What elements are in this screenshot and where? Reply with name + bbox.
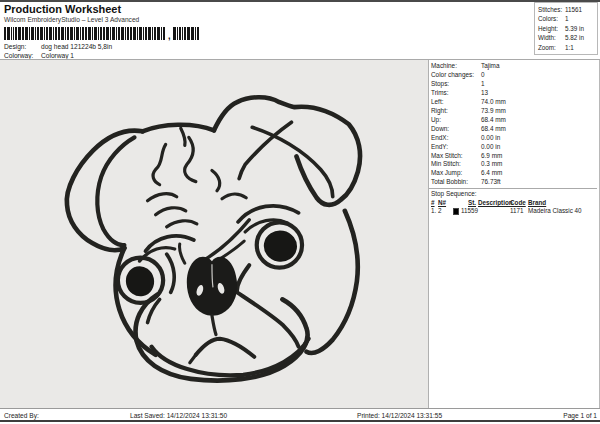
height-value: 5.39 in: [565, 24, 584, 33]
height-label: Height:: [538, 24, 565, 33]
endy-value: 0.00 in: [481, 143, 500, 152]
zoom-label: Zoom:: [538, 43, 565, 52]
up-value: 68.4 mm: [481, 116, 506, 125]
design-row: Design: dog head 121224b 5,8in: [4, 43, 112, 50]
detail-row-right: Right:73.9 mm: [431, 107, 599, 116]
col-brand: Brand: [528, 199, 595, 207]
colors-value: 1: [565, 14, 569, 23]
endy-label: EndY:: [431, 143, 481, 152]
production-worksheet-page: Production Worksheet Wilcom EmbroiderySt…: [0, 0, 600, 424]
detail-row-total-bobbin: Total Bobbin:76.73ft: [431, 178, 599, 187]
col-description: Description: [478, 199, 510, 207]
stitches-value: 11561: [565, 5, 582, 14]
colorway-value: Colorway 1: [41, 52, 74, 59]
stop-code: 1171: [510, 207, 528, 215]
col-num: #: [431, 199, 438, 207]
design-barcode: ,: [4, 26, 200, 40]
max-stitch-value: 6.9 mm: [481, 152, 502, 161]
color-changes-label: Color changes:: [431, 71, 481, 80]
width-label: Width:: [538, 33, 565, 42]
detail-row-endy: EndY:0.00 in: [431, 143, 599, 152]
stop-brand: Madeira Classic 40: [528, 207, 595, 215]
detail-row-trims: Trims:13: [431, 89, 599, 98]
last-saved-text: Last Saved: 14/12/2024 13:31:50: [130, 412, 227, 419]
stop-st-value: 11559: [461, 207, 478, 215]
colorway-label: Colorway:: [4, 52, 41, 59]
design-label: Design:: [4, 43, 41, 50]
summary-row-width: Width: 5.82 in: [538, 33, 594, 42]
summary-row-colors: Colors: 1: [538, 14, 594, 23]
pug-design-preview: [62, 92, 374, 384]
page-number: Page 1 of 1: [563, 412, 597, 419]
width-value: 5.82 in: [565, 33, 584, 42]
page-top-rule: [0, 0, 600, 2]
stop-sequence-header: # N# St. Description Code Brand: [431, 199, 595, 207]
colors-label: Colors:: [538, 14, 565, 23]
left-label: Left:: [431, 98, 481, 107]
colorway-row: Colorway: Colorway 1: [4, 52, 74, 59]
trims-value: 13: [481, 89, 488, 98]
stop-num: 1.: [431, 207, 438, 215]
detail-row-up: Up:68.4 mm: [431, 116, 599, 125]
design-summary-box: Stitches: 11561 Colors: 1 Height: 5.39 i…: [534, 2, 598, 55]
stop-sequence-row: 1. 2 11559 1171 Madeira Classic 40: [431, 207, 595, 215]
detail-row-down: Down:68.4 mm: [431, 125, 599, 134]
stitches-label: Stitches:: [538, 5, 565, 14]
total-bobbin-value: 76.73ft: [481, 178, 501, 187]
endx-value: 0.00 in: [481, 134, 500, 143]
detail-row-left: Left:74.0 mm: [431, 98, 599, 107]
stop-description: [478, 207, 510, 215]
detail-row-machine: Machine:Tajima: [431, 62, 599, 71]
min-stitch-label: Min Stitch:: [431, 160, 481, 169]
max-jump-label: Max Jump:: [431, 169, 481, 178]
detail-row-min-stitch: Min Stitch:0.3 mm: [431, 160, 599, 169]
total-bobbin-label: Total Bobbin:: [431, 178, 481, 187]
stop-st-cell: 11559: [453, 207, 478, 215]
down-value: 68.4 mm: [481, 125, 506, 134]
max-stitch-label: Max Stitch:: [431, 152, 481, 161]
summary-row-height: Height: 5.39 in: [538, 24, 594, 33]
right-value: 73.9 mm: [481, 107, 506, 116]
detail-row-stops: Stops:1: [431, 80, 599, 89]
summary-row-stitches: Stitches: 11561: [538, 5, 594, 14]
design-canvas: [0, 60, 429, 408]
detail-row-max-jump: Max Jump:6.4 mm: [431, 169, 599, 178]
printed-text: Printed: 14/12/2024 13:31:55: [357, 412, 442, 419]
created-by-label: Created By:: [4, 412, 39, 419]
page-title: Production Worksheet: [4, 3, 121, 15]
min-stitch-value: 0.3 mm: [481, 160, 502, 169]
detail-row-max-stitch: Max Stitch:6.9 mm: [431, 152, 599, 161]
col-st: St.: [453, 199, 478, 207]
summary-row-zoom: Zoom: 1:1: [538, 43, 594, 52]
max-jump-value: 6.4 mm: [481, 169, 502, 178]
machine-label: Machine:: [431, 62, 481, 71]
page-bottom-rule: [0, 420, 600, 422]
col-code: Code: [510, 199, 528, 207]
col-n: N#: [438, 199, 453, 207]
stop-n: 2: [438, 207, 453, 215]
detail-row-color-changes: Color changes:0: [431, 71, 599, 80]
trims-label: Trims:: [431, 89, 481, 98]
machine-value: Tajima: [481, 62, 499, 71]
up-label: Up:: [431, 116, 481, 125]
left-value: 74.0 mm: [481, 98, 506, 107]
endx-label: EndX:: [431, 134, 481, 143]
stops-label: Stops:: [431, 80, 481, 89]
thread-color-swatch: [453, 208, 459, 215]
color-changes-value: 0: [481, 71, 485, 80]
app-subtitle: Wilcom EmbroideryStudio – Level 3 Advanc…: [4, 16, 139, 23]
design-details-panel: Machine:Tajima Color changes:0 Stops:1 T…: [429, 60, 600, 410]
zoom-value: 1:1: [565, 43, 574, 52]
stops-value: 1: [481, 80, 485, 89]
stop-sequence-table: # N# St. Description Code Brand 1. 2 115…: [431, 199, 595, 215]
right-label: Right:: [431, 107, 481, 116]
detail-row-endx: EndX:0.00 in: [431, 134, 599, 143]
down-label: Down:: [431, 125, 481, 134]
stop-sequence-title: Stop Sequence:: [431, 189, 599, 199]
design-name-value: dog head 121224b 5,8in: [41, 43, 112, 50]
